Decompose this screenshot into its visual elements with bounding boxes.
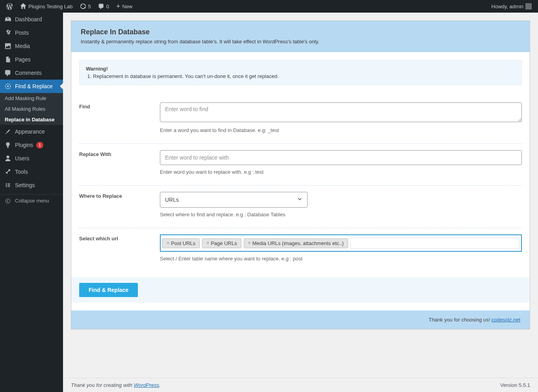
url-tag[interactable]: ×Post URLs (162, 238, 200, 248)
menu-pages[interactable]: Pages (0, 53, 63, 66)
url-tag[interactable]: ×Page URLs (202, 238, 241, 248)
comments-count: 0 (106, 4, 109, 9)
replace-help: Enter word you want to replace with. e.g… (160, 169, 522, 175)
menu-comments[interactable]: Comments (0, 66, 63, 80)
menu-plugins[interactable]: Plugins 1 (0, 138, 63, 152)
find-label: Find (79, 102, 160, 133)
submenu-add-masking[interactable]: Add Masking Rule (0, 93, 63, 104)
plugins-badge: 1 (36, 142, 43, 149)
collapse-icon (4, 198, 12, 204)
collapse-menu[interactable]: Collapse menu (0, 194, 63, 207)
where-help: Select where to find and replace. e.g : … (160, 212, 522, 217)
user-icon (4, 155, 12, 162)
find-help: Enter a word you want to find in Databas… (160, 127, 522, 133)
codesolz-link[interactable]: codesolz.net (492, 317, 520, 323)
page-subtitle: Instantly & permanently replace string f… (81, 39, 520, 45)
plugin-icon (4, 141, 12, 149)
new-label: New (122, 4, 133, 9)
thanks-banner: Thank you for choosing us! codesolz.net (71, 310, 530, 329)
dashboard-icon (4, 16, 12, 23)
menu-find-replace[interactable]: Find & Replace (0, 80, 63, 93)
site-name: Plugins Testing Lab (28, 4, 73, 9)
howdy-text: Howdy, admin (492, 4, 523, 9)
settings-icon (4, 182, 12, 189)
updates-link[interactable]: 5 (77, 0, 94, 13)
menu-appearance[interactable]: Appearance (0, 125, 63, 138)
pin-icon (4, 29, 12, 36)
submenu-replace-db[interactable]: Replace in Database (0, 114, 63, 125)
avatar-icon (525, 3, 532, 9)
page-title: Replace In Database (81, 28, 520, 36)
find-replace-icon (4, 83, 12, 90)
warning-box: Warning! Replacement in database is perm… (79, 60, 522, 85)
multi-select-input[interactable] (351, 238, 519, 249)
url-multi-select[interactable]: ×Post URLs ×Page URLs ×Media URLs (image… (160, 234, 522, 252)
svg-point-1 (7, 85, 9, 87)
warning-item: Replacement in database is permanent. Yo… (93, 73, 515, 79)
url-tag[interactable]: ×Media URLs (images, attachments etc..) (244, 238, 348, 248)
site-home-link[interactable]: Plugins Testing Lab (17, 0, 76, 13)
url-help: Select / Enter table name where you want… (160, 256, 522, 262)
comments-link[interactable]: 0 (95, 0, 112, 13)
media-icon (4, 43, 12, 50)
close-icon[interactable]: × (248, 240, 251, 246)
menu-settings[interactable]: Settings (0, 178, 63, 192)
account-link[interactable]: Howdy, admin (488, 0, 535, 13)
close-icon[interactable]: × (167, 240, 169, 246)
menu-users[interactable]: Users (0, 152, 63, 165)
close-icon[interactable]: × (206, 240, 209, 246)
where-label: Where to Replace (79, 192, 160, 217)
page-icon (4, 56, 12, 63)
comment-icon (4, 69, 12, 76)
warning-title: Warning! (86, 66, 108, 72)
menu-media[interactable]: Media (0, 39, 63, 53)
tools-icon (4, 168, 12, 175)
url-label: Select which url (79, 234, 160, 262)
replace-label: Replace With (79, 150, 160, 175)
where-select[interactable]: URLs (160, 192, 308, 208)
page-header: Replace In Database Instantly & permanen… (71, 21, 530, 52)
svg-point-2 (6, 199, 10, 203)
wp-logo[interactable] (3, 0, 16, 13)
appearance-icon (4, 128, 12, 135)
new-link[interactable]: + New (113, 0, 136, 13)
menu-posts[interactable]: Posts (0, 26, 63, 39)
updates-count: 5 (88, 4, 91, 9)
menu-tools[interactable]: Tools (0, 165, 63, 178)
submenu-all-masking[interactable]: All Masking Rules (0, 104, 63, 114)
submit-button[interactable]: Find & Replace (79, 283, 138, 297)
menu-dashboard[interactable]: Dashboard (0, 13, 63, 26)
replace-input[interactable] (160, 150, 522, 165)
find-input[interactable] (160, 102, 522, 122)
